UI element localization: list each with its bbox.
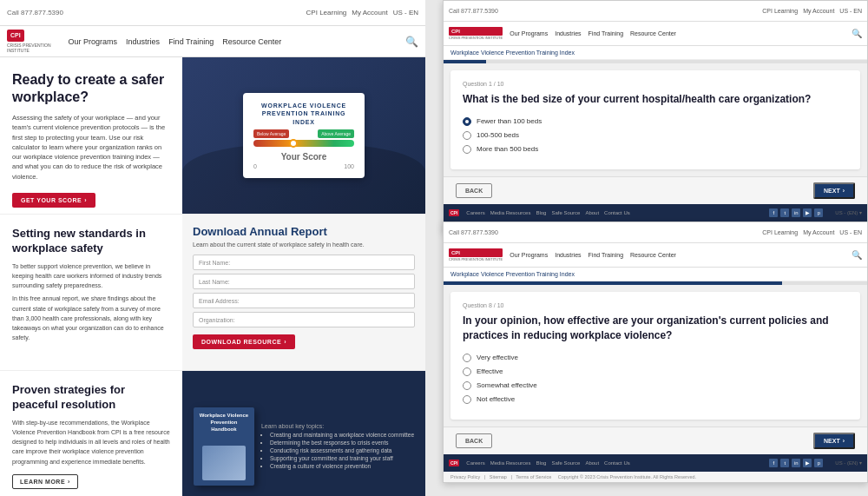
quiz2-progress-bar: [444, 281, 867, 285]
nav-item-programs[interactable]: Our Programs: [69, 37, 118, 46]
quiz2-footer-safe[interactable]: Safe Source: [551, 460, 580, 466]
quiz1-pinterest-icon[interactable]: p: [814, 208, 823, 217]
quiz1-nav-resource[interactable]: Resource Center: [630, 30, 676, 36]
quiz2-logo-box: CPI: [449, 248, 503, 257]
quiz2-footer-careers[interactable]: Careers: [466, 460, 484, 466]
quiz1-footer-contact[interactable]: Contact Us: [604, 210, 630, 215]
quiz1-nav-training[interactable]: Find Training: [589, 30, 623, 36]
quiz2-breadcrumb: Workplace Violence Prevention Training I…: [444, 268, 867, 281]
quiz2-nav-resource[interactable]: Resource Center: [630, 252, 676, 258]
quiz2-youtube-icon[interactable]: ▶: [803, 459, 812, 467]
quiz2-option-0[interactable]: Very effective: [463, 354, 848, 362]
right-panels: Call 877.877.5390 CPI Learning My Accoun…: [443, 0, 868, 496]
quiz1-youtube-icon[interactable]: ▶: [803, 208, 812, 217]
quiz2-twitter-icon[interactable]: t: [780, 459, 789, 467]
learn-more-button[interactable]: LEARN MORE ›: [12, 474, 78, 489]
quiz1-footer-blog[interactable]: Blog: [536, 210, 546, 215]
quiz1-twitter-icon[interactable]: t: [780, 208, 789, 217]
quiz2-option-1[interactable]: Effective: [463, 367, 848, 376]
last-name-field[interactable]: Last Name:: [193, 274, 415, 289]
quiz1-footer-media[interactable]: Media Resources: [490, 210, 531, 215]
quiz1-linkedin-icon[interactable]: in: [792, 208, 800, 217]
quiz2-footer-media[interactable]: Media Resources: [490, 460, 531, 466]
quiz2-footer-about[interactable]: About: [585, 460, 599, 466]
quiz2-lang[interactable]: US - EN: [839, 229, 862, 235]
quiz2-nav-industries[interactable]: Industries: [555, 252, 581, 258]
quiz2-radio-3[interactable]: [463, 395, 471, 404]
nav-logo[interactable]: CPI CRISIS PREVENTIONINSTITUTE: [7, 30, 51, 53]
quiz2-radio-0[interactable]: [463, 354, 471, 362]
org-field[interactable]: Organization:: [193, 312, 415, 327]
quiz1-account-link[interactable]: My Account: [803, 8, 834, 14]
quiz1-footer-safe[interactable]: Safe Source: [551, 210, 580, 215]
quiz1-cpi-link[interactable]: CPI Learning: [762, 8, 798, 14]
quiz2-option-3[interactable]: Not effective: [463, 395, 848, 404]
top-bar-links: CPI Learning My Account US - EN: [306, 9, 418, 17]
quiz2-question-number: Question 8 / 10: [463, 302, 848, 308]
quiz2-privacy[interactable]: Privacy Policy: [450, 474, 480, 479]
quiz1-option-2[interactable]: More than 500 beds: [463, 145, 848, 154]
quiz1-nav-programs[interactable]: Our Programs: [510, 30, 548, 36]
first-name-field[interactable]: First Name:: [193, 255, 415, 270]
quiz1-footer-links: Careers Media Resources Blog Safe Source…: [466, 210, 629, 215]
quiz1-radio-0[interactable]: [463, 117, 471, 126]
quiz2-next-button[interactable]: NEXT ›: [813, 433, 855, 449]
quiz1-lang[interactable]: US - EN: [839, 8, 862, 14]
quiz2-linkedin-icon[interactable]: in: [792, 459, 800, 467]
quiz2-question-text: In your opinion, how effective are your …: [463, 314, 848, 343]
quiz1-phone: Call 877.877.5390: [449, 8, 498, 14]
quiz2-footer-contact[interactable]: Contact Us: [604, 460, 630, 466]
quiz1-search-icon[interactable]: 🔍: [852, 29, 862, 38]
quiz2-option-text-0: Very effective: [477, 354, 518, 361]
language-selector[interactable]: US - EN: [393, 9, 418, 17]
nav-item-resources[interactable]: Resource Center: [222, 37, 281, 46]
quiz2-logo[interactable]: CPI CRISIS PREVENTION INSTITUTE: [449, 248, 503, 261]
below-average-label: Below Average: [253, 129, 289, 138]
third-content: Learn about key topics: Creating and mai…: [261, 423, 414, 471]
quiz1-logo[interactable]: CPI CRISIS PREVENTION INSTITUTE: [449, 27, 503, 40]
quiz1-nav-industries[interactable]: Industries: [555, 30, 581, 36]
quiz1-footer-careers[interactable]: Careers: [466, 210, 484, 215]
quiz2-radio-2[interactable]: [463, 381, 471, 390]
quiz1-option-1[interactable]: 100-500 beds: [463, 131, 848, 140]
quiz1-next-button[interactable]: NEXT ›: [813, 182, 855, 199]
quiz1-option-0[interactable]: Fewer than 100 beds: [463, 117, 848, 126]
quiz1-radio-2[interactable]: [463, 145, 471, 154]
bullet-2: Determining the best responses to crisis…: [270, 440, 414, 446]
my-account-link[interactable]: My Account: [352, 9, 387, 17]
nav-item-training[interactable]: Find Training: [168, 37, 214, 46]
third-right: Workplace Violence Prevention Handbook L…: [182, 371, 425, 496]
quiz1-lang-selector[interactable]: US - (EN) ▾: [835, 209, 862, 215]
quiz2-body: Question 8 / 10 In your opinion, how eff…: [450, 292, 860, 420]
quiz1-footer-about[interactable]: About: [585, 210, 599, 215]
quiz2-copyright: Copyright © 2023 Crisis Prevention Insti…: [558, 474, 696, 479]
quiz2-pinterest-icon[interactable]: p: [814, 459, 823, 467]
quiz2-nav-programs[interactable]: Our Programs: [510, 252, 548, 258]
quiz1-facebook-icon[interactable]: f: [769, 208, 778, 217]
quiz1-back-button[interactable]: BACK: [456, 183, 492, 198]
get-score-button[interactable]: GET YOUR SCORE ›: [12, 193, 95, 208]
quiz2-sitemap[interactable]: Sitemap: [490, 474, 507, 479]
quiz2-facebook-icon[interactable]: f: [769, 459, 778, 467]
quiz2-account-link[interactable]: My Account: [803, 229, 834, 235]
quiz2-nav-training[interactable]: Find Training: [589, 252, 623, 258]
search-icon[interactable]: 🔍: [405, 36, 418, 48]
email-field[interactable]: Email Address:: [193, 293, 415, 308]
quiz1-top-bar: Call 877.877.5390 CPI Learning My Accoun…: [444, 1, 867, 22]
quiz2-cpi-link[interactable]: CPI Learning: [762, 229, 798, 235]
bullet-1: Creating and maintaining a workplace vio…: [270, 432, 414, 438]
quiz2-radio-1[interactable]: [463, 367, 471, 376]
quiz2-footer-blog[interactable]: Blog: [536, 460, 546, 466]
quiz2-back-button[interactable]: BACK: [456, 433, 492, 448]
nav-item-industries[interactable]: Industries: [126, 37, 160, 46]
quiz2-lang-selector[interactable]: US - (EN) ▾: [835, 460, 862, 466]
quiz2-terms[interactable]: Terms of Service: [516, 474, 551, 479]
quiz2-option-2[interactable]: Somewhat effective: [463, 381, 848, 390]
quiz1-radio-1[interactable]: [463, 131, 471, 140]
hero-text: Assessing the safety of your workplace —…: [12, 113, 170, 182]
quiz2-search-icon[interactable]: 🔍: [852, 250, 862, 260]
cpi-learning-link[interactable]: CPI Learning: [306, 9, 347, 17]
phone-number: Call 877.877.5390: [7, 9, 63, 17]
quiz1-progress-bar: [444, 60, 867, 63]
download-resource-button[interactable]: DOWNLOAD RESOURCE ›: [193, 334, 295, 349]
